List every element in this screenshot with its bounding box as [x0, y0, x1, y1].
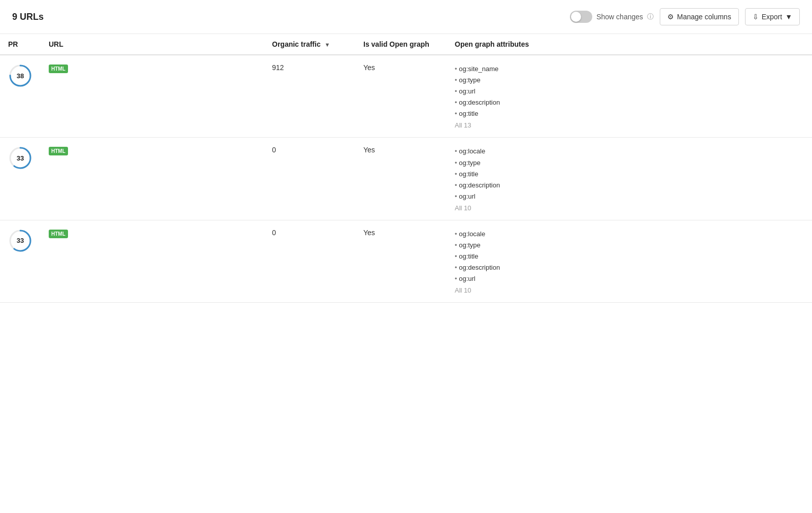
- gear-icon: ⚙: [667, 13, 674, 21]
- manage-columns-button[interactable]: ⚙ Manage columns: [660, 8, 739, 25]
- pr-circle: 33: [8, 146, 32, 170]
- og-all-count: All 10: [455, 286, 804, 294]
- url-cell: HTML: [41, 220, 264, 302]
- og-all-count: All 10: [455, 204, 804, 212]
- pr-circle: 33: [8, 229, 32, 253]
- valid-cell: Yes: [355, 55, 447, 138]
- og-all-count: All 13: [455, 121, 804, 129]
- table-header-row: PR URL Organic traffic ▼ Is valid Open g…: [0, 34, 812, 55]
- url-count: 9 URLs: [12, 12, 44, 22]
- attrs-cell: og:site_nameog:typeog:urlog:descriptiono…: [447, 55, 812, 138]
- main-table: PR URL Organic traffic ▼ Is valid Open g…: [0, 34, 812, 303]
- og-attrs-list: og:localeog:typeog:titleog:descriptionog…: [455, 146, 804, 202]
- table-row: 38 HTML 912Yes og:site_nameog:typeog:url…: [0, 55, 812, 138]
- og-attr-item: og:type: [455, 75, 804, 86]
- show-changes-group: Show changes ⓘ: [570, 11, 654, 23]
- url-content: HTML: [49, 63, 256, 101]
- og-attr-item: og:description: [455, 180, 804, 191]
- og-attr-item: og:title: [455, 251, 804, 262]
- pr-cell: 38: [0, 55, 41, 138]
- toolbar-right: Show changes ⓘ ⚙ Manage columns ⇩ Export…: [570, 8, 800, 25]
- valid-value: Yes: [363, 63, 375, 72]
- col-header-traffic[interactable]: Organic traffic ▼: [264, 34, 355, 55]
- col-header-pr: PR: [0, 34, 41, 55]
- attrs-cell: og:localeog:typeog:titleog:descriptionog…: [447, 220, 812, 302]
- pr-number: 38: [17, 72, 24, 80]
- html-badge: HTML: [49, 65, 68, 73]
- show-changes-toggle[interactable]: [570, 11, 592, 23]
- attrs-cell: og:localeog:typeog:titleog:descriptionog…: [447, 138, 812, 220]
- export-label: Export: [762, 13, 782, 21]
- traffic-value: 0: [272, 146, 276, 154]
- table-row: 33 HTML 0Yes og:localeog:typeog:titleog:…: [0, 220, 812, 302]
- html-badge: HTML: [49, 230, 68, 238]
- export-button[interactable]: ⇩ Export ▼: [745, 8, 800, 25]
- traffic-value: 912: [272, 63, 284, 72]
- table-row: 33 HTML 0Yes og:localeog:typeog:titleog:…: [0, 138, 812, 220]
- col-header-valid: Is valid Open graph: [355, 34, 447, 55]
- traffic-cell: 0: [264, 220, 355, 302]
- og-attr-item: og:type: [455, 240, 804, 251]
- og-attrs-list: og:localeog:typeog:titleog:descriptionog…: [455, 229, 804, 284]
- pr-cell: 33: [0, 220, 41, 302]
- pr-circle: 38: [8, 63, 32, 88]
- valid-cell: Yes: [355, 220, 447, 302]
- help-icon[interactable]: ⓘ: [647, 12, 654, 21]
- og-attr-item: og:type: [455, 157, 804, 169]
- valid-value: Yes: [363, 146, 375, 154]
- url-content: HTML: [49, 229, 256, 266]
- og-attr-item: og:locale: [455, 229, 804, 240]
- traffic-value: 0: [272, 229, 276, 237]
- table-container: PR URL Organic traffic ▼ Is valid Open g…: [0, 34, 812, 303]
- url-cell: HTML: [41, 55, 264, 138]
- og-attr-item: og:url: [455, 86, 804, 97]
- url-content: HTML: [49, 146, 256, 183]
- og-attr-item: og:locale: [455, 146, 804, 157]
- toolbar: 9 URLs Show changes ⓘ ⚙ Manage columns ⇩…: [0, 0, 812, 34]
- og-attr-item: og:url: [455, 273, 804, 284]
- valid-cell: Yes: [355, 138, 447, 220]
- pr-cell: 33: [0, 138, 41, 220]
- sort-arrow-icon: ▼: [325, 42, 330, 48]
- og-attr-item: og:title: [455, 108, 804, 119]
- og-attr-item: og:site_name: [455, 63, 804, 75]
- valid-value: Yes: [363, 229, 375, 237]
- og-attr-item: og:title: [455, 169, 804, 180]
- og-attr-item: og:url: [455, 191, 804, 202]
- traffic-cell: 0: [264, 138, 355, 220]
- export-arrow-icon: ▼: [785, 13, 792, 21]
- og-attrs-list: og:site_nameog:typeog:urlog:descriptiono…: [455, 63, 804, 119]
- show-changes-label: Show changes: [596, 13, 643, 21]
- html-badge: HTML: [49, 147, 68, 155]
- og-attr-item: og:description: [455, 262, 804, 273]
- pr-number: 33: [17, 237, 24, 244]
- col-header-attrs: Open graph attributes: [447, 34, 812, 55]
- export-icon: ⇩: [753, 13, 759, 21]
- col-header-url: URL: [41, 34, 264, 55]
- traffic-cell: 912: [264, 55, 355, 138]
- pr-number: 33: [17, 154, 24, 162]
- url-cell: HTML: [41, 138, 264, 220]
- og-attr-item: og:description: [455, 97, 804, 108]
- manage-columns-label: Manage columns: [677, 13, 731, 21]
